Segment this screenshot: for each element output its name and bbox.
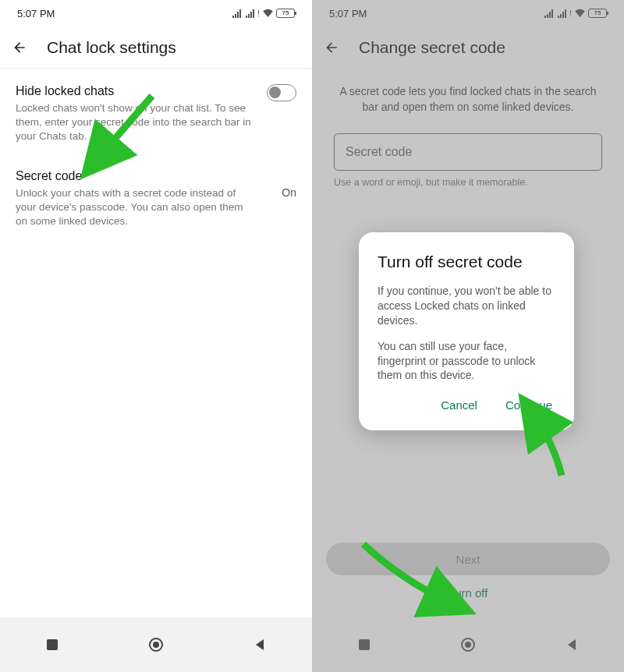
nav-back-icon[interactable] [251, 636, 268, 653]
svg-rect-0 [47, 639, 58, 650]
wifi-icon [262, 9, 274, 18]
battery-icon: 75 [276, 9, 295, 18]
row-title: Secret code [16, 169, 254, 183]
continue-button[interactable]: Continue [502, 394, 555, 416]
signal-1-icon [232, 9, 241, 18]
page-title: Chat lock settings [47, 38, 176, 57]
turn-off-dialog: Turn off secret code If you continue, yo… [359, 232, 574, 430]
row-desc: Locked chats won't show on your chat lis… [16, 101, 254, 144]
secret-code-value: On [282, 186, 296, 199]
status-icons: ! 75 [232, 9, 295, 18]
svg-point-2 [153, 642, 159, 648]
signal-2-icon [246, 9, 254, 18]
dialog-body-2: You can still use your face, fingerprint… [378, 339, 555, 384]
nav-recent-icon[interactable] [44, 636, 61, 653]
system-nav-bar [0, 617, 312, 672]
nav-home-icon[interactable] [147, 636, 165, 653]
row-title: Hide locked chats [16, 84, 254, 98]
row-hide-locked-chats[interactable]: Hide locked chats Locked chats won't sho… [16, 76, 296, 152]
hide-locked-chats-toggle[interactable] [267, 84, 296, 101]
signal-alert-icon: ! [257, 9, 260, 18]
row-secret-code[interactable]: Secret code Unlock your chats with a sec… [16, 161, 296, 237]
settings-content: Hide locked chats Locked chats won't sho… [0, 69, 312, 672]
screen-chat-lock-settings: 5:07 PM ! 75 Chat lock settings Hide loc… [0, 0, 312, 672]
cancel-button[interactable]: Cancel [438, 394, 480, 416]
status-time: 5:07 PM [17, 8, 55, 19]
dialog-title: Turn off secret code [378, 253, 555, 271]
status-bar: 5:07 PM ! 75 [0, 0, 312, 27]
screen-change-secret-code: 5:07 PM ! 75 Change secret code A secret… [312, 0, 624, 672]
header: Chat lock settings [0, 27, 312, 69]
row-desc: Unlock your chats with a secret code ins… [16, 186, 254, 229]
back-button[interactable] [11, 39, 28, 56]
dialog-body-1: If you continue, you won't be able to ac… [378, 284, 555, 328]
